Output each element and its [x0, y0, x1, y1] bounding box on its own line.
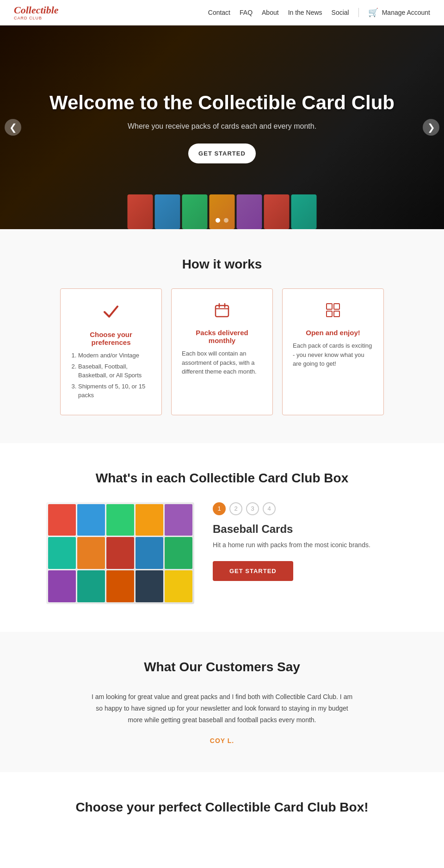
feature-desc-preferences: Modern and/or Vintage Baseball, Football…	[71, 351, 151, 400]
step-dots: 1 2 3 4	[213, 502, 398, 515]
mini-card-10	[165, 537, 192, 569]
feature-title-preferences: Choose your preferences	[71, 331, 151, 346]
logo-subtext: CARD CLUB	[14, 16, 59, 20]
pack-7	[291, 194, 317, 229]
choose-box-section: Choose your perfect Collectible Card Clu…	[0, 772, 444, 845]
manage-account-label[interactable]: Manage Account	[382, 9, 430, 16]
hero-content: Welcome to the Collectible Card Club Whe…	[40, 82, 404, 172]
svg-rect-5	[334, 304, 339, 309]
logo[interactable]: Collectible CARD CLUB	[14, 5, 59, 20]
hero-packs-decoration	[128, 194, 317, 229]
mini-card-14	[136, 570, 163, 602]
main-nav: Contact FAQ About In the News Social 🛒 M…	[208, 7, 430, 18]
mini-card-11	[48, 570, 76, 602]
hero-next-button[interactable]: ❯	[423, 119, 439, 136]
hero-prev-button[interactable]: ❮	[5, 119, 21, 136]
cart-icon: 🛒	[368, 7, 378, 18]
box-info: 1 2 3 4 Baseball Cards Hit a home run wi…	[213, 502, 398, 581]
nav-in-the-news[interactable]: In the News	[288, 9, 322, 16]
hero-dots	[216, 218, 228, 223]
mini-card-12	[77, 570, 105, 602]
testimonial-text: I am looking for great value and great p…	[88, 691, 356, 726]
mini-card-1	[48, 504, 76, 536]
box-content: 1 2 3 4 Baseball Cards Hit a home run wi…	[46, 502, 398, 604]
nav-faq[interactable]: FAQ	[240, 9, 253, 16]
step-dot-3[interactable]: 3	[246, 502, 259, 515]
pack-4	[210, 194, 235, 229]
hero-cta-button[interactable]: GET STARTED	[188, 144, 256, 163]
pack-1	[128, 194, 153, 229]
step-dot-1[interactable]: 1	[213, 502, 226, 515]
checkmark-icon	[71, 302, 151, 324]
pack-2	[155, 194, 180, 229]
hero-dot-2[interactable]	[224, 218, 228, 223]
svg-rect-7	[334, 311, 339, 317]
pack-6	[264, 194, 290, 229]
svg-rect-0	[216, 306, 228, 317]
box-image	[46, 502, 194, 604]
hero-dot-1[interactable]	[216, 218, 220, 223]
customers-title: What Our Customers Say	[14, 660, 430, 674]
hero-section: ❮ Welcome to the Collectible Card Club W…	[0, 25, 444, 229]
how-it-works-cards: Choose your preferences Modern and/or Vi…	[37, 288, 407, 415]
product-description: Hit a home run with packs from the most …	[213, 540, 398, 550]
mini-card-2	[77, 504, 105, 536]
logo-text: Collectible	[14, 4, 59, 16]
mini-card-6	[48, 537, 76, 569]
box-cta-button[interactable]: GET STARTED	[213, 561, 293, 581]
whats-in-box-section: What's in each Collectible Card Club Box…	[0, 443, 444, 632]
pack-5	[237, 194, 262, 229]
mini-card-7	[77, 537, 105, 569]
how-it-works-section: How it works Choose your preferences Mod…	[0, 229, 444, 443]
svg-rect-4	[327, 304, 332, 309]
cart-button[interactable]: 🛒 Manage Account	[368, 7, 430, 18]
nav-social[interactable]: Social	[332, 9, 349, 16]
mini-card-4	[136, 504, 163, 536]
svg-rect-6	[327, 311, 332, 317]
feature-title-delivery: Packs delivered monthly	[182, 329, 262, 344]
feature-desc-enjoy: Each pack of cards is exciting - you nev…	[293, 341, 373, 368]
pack-3	[182, 194, 208, 229]
mini-card-5	[165, 504, 192, 536]
mini-card-9	[136, 537, 163, 569]
hero-title: Welcome to the Collectible Card Club	[49, 91, 395, 114]
testimonial-author: COY L.	[14, 737, 430, 744]
feature-card-delivery: Packs delivered monthly Each box will co…	[171, 288, 273, 415]
calendar-icon	[182, 302, 262, 322]
step-dot-2[interactable]: 2	[229, 502, 242, 515]
whats-in-box-title: What's in each Collectible Card Club Box	[14, 471, 430, 486]
mini-card-8	[106, 537, 134, 569]
choose-box-title: Choose your perfect Collectible Card Clu…	[14, 800, 430, 815]
header: Collectible CARD CLUB Contact FAQ About …	[0, 0, 444, 25]
nav-about[interactable]: About	[262, 9, 279, 16]
mini-card-15	[165, 570, 192, 602]
feature-card-preferences: Choose your preferences Modern and/or Vi…	[60, 288, 162, 415]
hero-subtitle: Where you receive packs of cards each an…	[49, 122, 395, 131]
step-dot-4[interactable]: 4	[263, 502, 276, 515]
feature-title-enjoy: Open and enjoy!	[293, 329, 373, 337]
product-title: Baseball Cards	[213, 523, 398, 536]
feature-desc-delivery: Each box will contain an assortment of p…	[182, 349, 262, 376]
nav-divider	[358, 8, 359, 17]
nav-contact[interactable]: Contact	[208, 9, 230, 16]
feature-card-enjoy: Open and enjoy! Each pack of cards is ex…	[282, 288, 384, 415]
diamond-icon	[293, 302, 373, 322]
mini-card-13	[106, 570, 134, 602]
mini-card-3	[106, 504, 134, 536]
customers-section: What Our Customers Say I am looking for …	[0, 632, 444, 773]
how-it-works-title: How it works	[14, 257, 430, 272]
